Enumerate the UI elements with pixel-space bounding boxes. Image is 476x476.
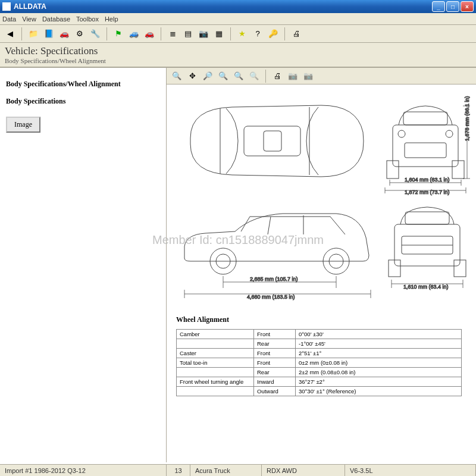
toolbar-btn-5[interactable]: 🔧 — [89, 27, 102, 40]
toolbar-btn-8[interactable]: 🚗 — [143, 27, 156, 40]
arrow-left-icon: ◀ — [7, 29, 13, 38]
main-split: Body Specifications/Wheel Alignment Body… — [0, 67, 476, 462]
camera-icon: 📷 — [199, 29, 208, 38]
breadcrumb: Body Specifications/Wheel Alignment — [5, 57, 471, 64]
zoom-in-icon: 🔍 — [172, 71, 181, 80]
toolbar-btn-6[interactable]: ⚑ — [112, 27, 125, 40]
image-toolbar: 🔍 ✥ 🔎 🔍 🔍 🔍 🖨 📷 📷 — [167, 68, 476, 84]
app-icon — [2, 2, 11, 11]
help-icon: ? — [255, 29, 259, 38]
page-title: Vehicle: Specifications — [5, 45, 471, 57]
menu-view[interactable]: View — [22, 15, 36, 23]
flag-icon: ⚑ — [115, 29, 122, 38]
dim-length: 4,660 mm (183.5 in) — [247, 294, 295, 300]
nav-pane: Body Specifications/Wheel Alignment Body… — [0, 68, 167, 462]
status-bar: Import #1 1986-2012 Q3-12 13 Acura Truck… — [0, 464, 476, 476]
table-row: Front wheel turning angleInward36°27' ±2… — [177, 377, 462, 387]
toolbar-btn-9[interactable]: ≣ — [166, 27, 179, 40]
gear-icon: ⚙ — [76, 29, 83, 38]
maximize-button[interactable]: □ — [446, 1, 459, 12]
minimize-button[interactable]: _ — [432, 1, 445, 12]
toolbar-btn-4[interactable]: ⚙ — [73, 27, 86, 40]
svg-rect-33 — [405, 212, 449, 224]
camera-button[interactable]: 📷 — [286, 70, 299, 83]
key-icon: 🔑 — [268, 29, 278, 38]
menu-help[interactable]: Help — [105, 15, 118, 23]
print-image-button[interactable]: 🖨 — [271, 70, 284, 83]
close-button[interactable]: × — [461, 1, 474, 12]
wrench-icon: 🔧 — [90, 29, 100, 38]
table-row: CasterFront2°51' ±1° — [177, 349, 462, 358]
menu-toolbox[interactable]: Toolbox — [76, 15, 99, 23]
print-icon: 🖨 — [293, 29, 300, 38]
status-make: Acura Truck — [190, 465, 262, 476]
toolbar-btn-7[interactable]: 🚙 — [127, 27, 140, 40]
status-dataset: Import #1 1986-2012 Q3-12 — [0, 465, 167, 476]
camera3-icon: 📷 — [303, 71, 313, 80]
back-button[interactable]: ◀ — [4, 27, 17, 40]
toolbar-btn-12[interactable]: ▦ — [212, 27, 226, 40]
magnify-icon: 🔍 — [218, 71, 228, 80]
toolbar-btn-10[interactable]: ▤ — [181, 27, 195, 40]
toolbar-btn-3[interactable]: 🚗 — [58, 27, 71, 40]
page-header: Vehicle: Specifications Body Specificati… — [0, 43, 476, 67]
printer-icon: 🖨 — [274, 71, 281, 80]
dim-rear-track: 1,610 mm (63.4 in) — [403, 284, 449, 290]
move-icon: ✥ — [189, 71, 196, 80]
svg-point-10 — [446, 130, 453, 137]
book-icon: 📘 — [44, 29, 54, 38]
car-icon: 🚗 — [60, 29, 69, 38]
zoom-out-button[interactable]: 🔎 — [201, 70, 214, 83]
svg-rect-1 — [264, 131, 281, 151]
image-button[interactable]: Image — [6, 117, 40, 133]
camera2-icon: 📷 — [288, 71, 298, 80]
list-icon: ≣ — [170, 29, 176, 38]
table-row: Rear2±2 mm (0.08±0.08 in) — [177, 368, 462, 377]
toolbar-btn-1[interactable]: 📁 — [27, 27, 40, 40]
dim-height: 1,678 mm (66.1 in) — [464, 96, 470, 141]
doc-icon: ▤ — [184, 29, 192, 38]
dim-front-track: 1,604 mm (63.1 in) — [405, 177, 450, 183]
vehicle-diagram: 1,678 mm (66.1 in) 1,604 mm (63.1 in) 1,… — [167, 84, 476, 462]
menu-data[interactable]: Data — [2, 15, 16, 23]
menu-bar: Data View Database Toolbox Help — [0, 13, 476, 25]
car-side-rear-svg: 2,685 mm (105.7 in) 4,660 mm (183.5 in) — [173, 199, 470, 312]
spec-section-title: Wheel Alignment — [173, 313, 470, 325]
zoom-in-button[interactable]: 🔍 — [170, 70, 183, 83]
magnify2-icon: 🔍 — [234, 71, 243, 80]
zoom-reset-button[interactable]: 🔍 — [248, 70, 261, 83]
toolbar-btn-15[interactable]: 🔑 — [267, 27, 280, 40]
table-row: Outward30°30' ±1° (Reference) — [177, 387, 462, 396]
pan-button[interactable]: ✥ — [186, 70, 199, 83]
car3-icon: 🚗 — [145, 29, 154, 38]
svg-rect-4 — [393, 125, 458, 167]
menu-database[interactable]: Database — [42, 15, 70, 23]
table-row: Total toe-inFront0±2 mm (0±0.08 in) — [177, 358, 462, 368]
camera-button-2[interactable]: 📷 — [302, 70, 315, 83]
dim-wheelbase: 2,685 mm (105.7 in) — [250, 276, 298, 282]
status-engine: V6-3.5L — [345, 465, 476, 476]
grid-icon: ▦ — [215, 29, 223, 38]
zoom-button-5[interactable]: 🔍 — [232, 70, 245, 83]
nav-heading: Body Specifications/Wheel Alignment — [6, 80, 160, 89]
toolbar-btn-13[interactable]: ★ — [236, 27, 249, 40]
window-titlebar: ALLDATA _ □ × — [0, 0, 476, 13]
car2-icon: 🚙 — [129, 29, 139, 38]
zoom-button-4[interactable]: 🔍 — [217, 70, 230, 83]
toolbar-btn-14[interactable]: ? — [251, 27, 264, 40]
toolbar-btn-2[interactable]: 📘 — [42, 27, 55, 40]
table-row: CamberFront0°00' ±30' — [177, 330, 462, 339]
svg-point-9 — [398, 130, 405, 137]
svg-rect-8 — [405, 143, 446, 158]
status-id: 13 — [167, 465, 190, 476]
car-top-front-svg: 1,678 mm (66.1 in) 1,604 mm (63.1 in) 1,… — [173, 90, 470, 198]
status-model: RDX AWD — [262, 465, 345, 476]
toolbar-btn-11[interactable]: 📷 — [197, 27, 210, 40]
window-title: ALLDATA — [14, 2, 432, 11]
svg-rect-5 — [403, 112, 447, 125]
nav-subheading: Body Specifications — [6, 97, 160, 106]
main-toolbar: ◀ 📁 📘 🚗 ⚙ 🔧 ⚑ 🚙 🚗 ≣ ▤ 📷 ▦ ★ ? 🔑 🖨 — [0, 25, 476, 43]
search-icon: 🔍 — [249, 71, 259, 80]
zoom-out-icon: 🔎 — [203, 71, 212, 80]
toolbar-print[interactable]: 🖨 — [290, 27, 303, 40]
